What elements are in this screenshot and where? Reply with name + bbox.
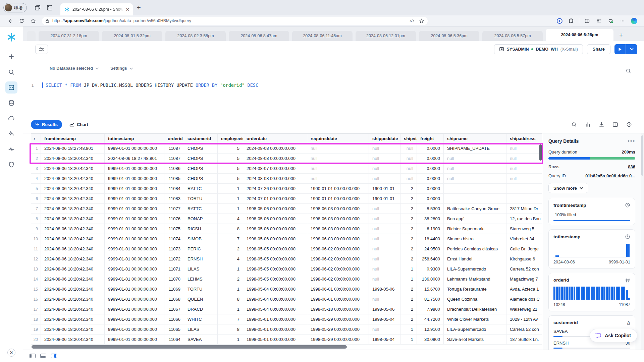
table-cell[interactable]: null	[369, 244, 400, 254]
table-row[interactable]: 32024-08-06 18:20:42.3409999-01-01 00:00…	[31, 164, 542, 174]
table-cell[interactable]: 4	[218, 214, 243, 224]
editor-search-icon[interactable]	[626, 68, 631, 74]
table-cell[interactable]: null	[506, 164, 542, 173]
table-cell[interactable]: 1998-06-03 00:00:00.000	[307, 204, 369, 214]
table-cell[interactable]: 1	[218, 335, 243, 344]
table-cell[interactable]: 11074	[164, 234, 184, 244]
table-cell[interactable]: Vinbæltet 34	[506, 234, 542, 244]
table-cell[interactable]: null	[369, 264, 400, 274]
table-cell[interactable]: 4	[218, 254, 243, 264]
table-cell[interactable]: 12.9100	[417, 324, 444, 334]
table-cell[interactable]: null	[369, 294, 400, 304]
table-cell[interactable]: 30.0900	[417, 335, 444, 344]
table-cell[interactable]: 1	[400, 335, 417, 344]
table-cell[interactable]: null	[307, 143, 369, 153]
table-cell[interactable]: CHOPS	[184, 174, 218, 183]
table-cell[interactable]: LILA-Supermercado	[444, 264, 506, 274]
table-cell[interactable]: Ernst Handel	[444, 254, 506, 264]
table-cell[interactable]: 2024-08-06 18:20:42.340	[41, 214, 105, 224]
table-cell[interactable]: 18.4400	[417, 234, 444, 244]
table-cell[interactable]: 2024-08-06 18:20:42.340	[41, 194, 105, 203]
panel-layout-icon[interactable]	[612, 122, 618, 127]
table-cell[interactable]: 11068	[164, 294, 184, 304]
table-cell[interactable]: Carrera 52 con	[506, 264, 542, 274]
table-cell[interactable]: 2	[400, 254, 417, 264]
table-cell[interactable]: 1998-05-06 00:00:00.000	[243, 214, 307, 224]
layout-right-icon[interactable]	[51, 354, 57, 358]
table-cell[interactable]: null	[400, 143, 417, 153]
table-cell[interactable]: WHITC	[184, 314, 218, 324]
table-cell[interactable]: null	[307, 174, 369, 183]
table-cell[interactable]: 9999-01-01 00:00:00.000	[105, 174, 164, 183]
table-cell[interactable]: 11064	[164, 335, 184, 344]
table-cell[interactable]: 2024-08-06 18:20:42.340	[41, 274, 105, 284]
worksheet-tab[interactable]: 2024-08-06 5:57pm	[482, 31, 543, 41]
rows-count-link[interactable]: 836	[628, 164, 635, 169]
table-cell[interactable]: null	[369, 234, 400, 244]
table-row[interactable]: 112024-08-06 18:20:42.3409999-01-01 00:0…	[31, 244, 542, 254]
table-cell[interactable]: 7	[218, 234, 243, 244]
table-cell[interactable]: 1	[218, 194, 243, 203]
row-number[interactable]: 7	[31, 204, 41, 214]
table-cell[interactable]: 1998-05-05 00:00:00.000	[243, 264, 307, 274]
table-cell[interactable]: 9999-01-01 00:00:00.000	[105, 324, 164, 334]
table-cell[interactable]: CHOPS	[184, 154, 218, 163]
table-cell[interactable]: 5	[218, 154, 243, 163]
table-cell[interactable]: 9999-01-01 00:00:00.000	[105, 224, 164, 234]
table-cell[interactable]: 1900-01-01 00:00:00.000	[307, 184, 369, 193]
table-cell[interactable]: null	[369, 214, 400, 224]
table-cell[interactable]: 9999-01-01 00:00:00.000	[105, 194, 164, 203]
table-cell[interactable]: null	[506, 143, 542, 153]
table-cell[interactable]: 81.7500	[417, 294, 444, 304]
row-number[interactable]: 18	[31, 314, 41, 324]
table-cell[interactable]	[444, 184, 506, 193]
row-number[interactable]: 17	[31, 304, 41, 314]
table-cell[interactable]: 1	[400, 274, 417, 284]
table-row[interactable]: 172024-08-06 18:20:42.3409999-01-01 00:0…	[31, 304, 542, 314]
totimestamp-card[interactable]: totimestamp 2024-08-06 9999-01-01	[548, 229, 635, 269]
column-header[interactable]: totimestamp	[105, 134, 164, 143]
sql-editor[interactable]: No Database selected Settings 1 SELECT *…	[23, 57, 644, 116]
table-cell[interactable]: 2024-08-06 18:20:42.340	[41, 174, 105, 183]
table-cell[interactable]: DRACD	[184, 304, 218, 314]
table-cell[interactable]: 11073	[164, 244, 184, 254]
table-row[interactable]: 122024-08-06 18:20:42.3409999-01-01 00:0…	[31, 254, 542, 264]
worksheet-tab-stub[interactable]	[27, 31, 36, 41]
table-row[interactable]: 62024-08-06 18:20:42.3409999-01-01 00:00…	[31, 194, 542, 204]
row-number[interactable]: 20	[31, 335, 41, 344]
table-cell[interactable]: 1998-05-05 00:00:00.000	[243, 244, 307, 254]
table-row[interactable]: 52024-08-06 18:20:42.3409999-01-01 00:00…	[31, 184, 542, 194]
table-cell[interactable]: 1900-01-01 00:00:00.000	[307, 194, 369, 203]
favorite-star-icon[interactable]	[419, 18, 424, 23]
row-number[interactable]: 5	[31, 184, 41, 193]
table-cell[interactable]: 2	[400, 204, 417, 214]
settings-selector[interactable]: Settings	[110, 66, 133, 71]
table-cell[interactable]: 1998-05-05 00:00:00.000	[243, 274, 307, 284]
table-cell[interactable]: 0.9300	[417, 264, 444, 274]
table-cell[interactable]: 2	[400, 194, 417, 203]
table-cell[interactable]: White Clover Markets	[444, 314, 506, 324]
table-cell[interactable]: 1	[218, 304, 243, 314]
table-cell[interactable]: 1998-05-04 00:00:00.000	[243, 304, 307, 314]
table-cell[interactable]: 1	[218, 204, 243, 214]
table-cell[interactable]: null	[307, 154, 369, 163]
table-cell[interactable]: 1998-05-05 00:00:00.000	[243, 254, 307, 264]
table-cell[interactable]: 2024-07-26 00:00:00.000	[243, 184, 307, 193]
new-worksheet-button[interactable]: +	[619, 32, 623, 39]
table-cell[interactable]: 187 Suffolk Ln.	[506, 335, 542, 344]
table-cell[interactable]: 1	[400, 264, 417, 274]
fromtimestamp-card[interactable]: fromtimestamp 100% filled	[548, 198, 635, 225]
table-cell[interactable]: 1998-05-04	[369, 314, 400, 324]
table-cell[interactable]: CHOPS	[184, 164, 218, 173]
table-cell[interactable]: 2024-08-06 18:20:42.340	[41, 184, 105, 193]
table-cell[interactable]: 9999-01-01 00:00:00.000	[105, 143, 164, 153]
table-cell[interactable]: 1998-05-01 00:00:00.000	[243, 335, 307, 344]
orderid-card[interactable]: orderid 10248 11087	[548, 273, 635, 311]
browser-profile-chip[interactable]: 職場	[3, 3, 27, 12]
table-cell[interactable]: 11087	[164, 154, 184, 163]
role-warehouse-selector[interactable]: SYSADMIN DEMO_WH (X-Small)	[494, 44, 583, 54]
table-row[interactable]: 132024-08-06 18:20:42.3409999-01-01 00:0…	[31, 264, 542, 274]
table-cell[interactable]: 8.5300	[417, 204, 444, 214]
table-cell[interactable]: Simons bistro	[444, 234, 506, 244]
table-cell[interactable]: 2024-08-06 18:20:42.340	[41, 204, 105, 214]
